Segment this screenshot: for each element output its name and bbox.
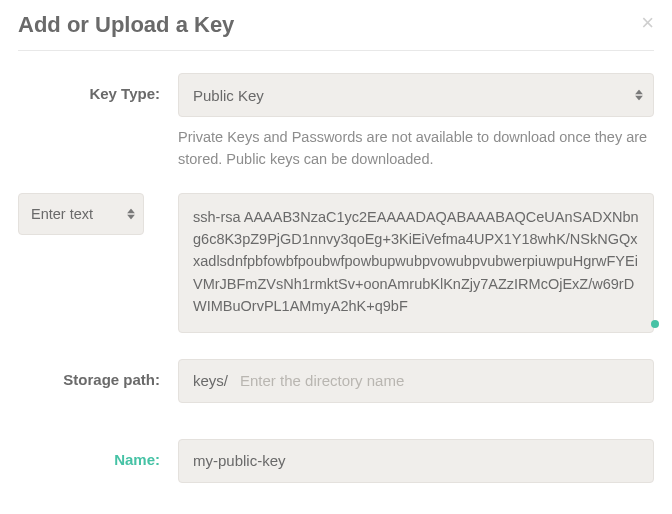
key-type-label: Key Type: [89,85,160,102]
resize-handle-icon[interactable] [651,320,659,328]
key-value-control: ssh-rsa AAAAB3NzaC1yc2EAAAADAQABAAABAQCe… [178,193,654,333]
close-icon[interactable]: × [641,12,654,34]
key-type-value: Public Key [193,87,264,104]
modal-title: Add or Upload a Key [18,12,234,38]
key-value-textarea[interactable]: ssh-rsa AAAAB3NzaC1yc2EAAAADAQABAAABAQCe… [178,193,654,333]
key-value-text: ssh-rsa AAAAB3NzaC1yc2EAAAADAQABAAABAQCe… [193,209,639,315]
key-type-select[interactable]: Public Key [178,73,654,117]
modal-header: Add or Upload a Key × [18,12,654,51]
storage-path-control: keys/ [178,359,654,403]
storage-path-row: Storage path: keys/ [18,359,654,403]
name-label-col: Name: [18,439,178,469]
name-label: Name: [114,451,160,468]
name-control [178,439,654,483]
key-type-row: Key Type: Public Key Private Keys and Pa… [18,73,654,171]
storage-path-input[interactable] [240,372,639,389]
name-input-wrap[interactable] [178,439,654,483]
storage-path-input-wrap[interactable]: keys/ [178,359,654,403]
input-mode-col: Enter text [18,193,178,235]
storage-path-label-col: Storage path: [18,359,178,389]
key-type-control: Public Key Private Keys and Passwords ar… [178,73,654,171]
add-key-modal: Add or Upload a Key × Key Type: Public K… [0,0,672,514]
storage-path-prefix: keys/ [193,372,228,389]
storage-path-label: Storage path: [63,371,160,388]
name-input[interactable] [193,452,639,469]
key-type-label-col: Key Type: [18,73,178,103]
chevron-updown-icon [635,90,643,101]
input-mode-value: Enter text [31,206,93,222]
key-value-row: Enter text ssh-rsa AAAAB3NzaC1yc2EAAAADA… [18,193,654,333]
chevron-updown-icon [127,208,135,219]
input-mode-select[interactable]: Enter text [18,193,144,235]
name-row: Name: [18,439,654,483]
key-type-help: Private Keys and Passwords are not avail… [178,127,654,171]
